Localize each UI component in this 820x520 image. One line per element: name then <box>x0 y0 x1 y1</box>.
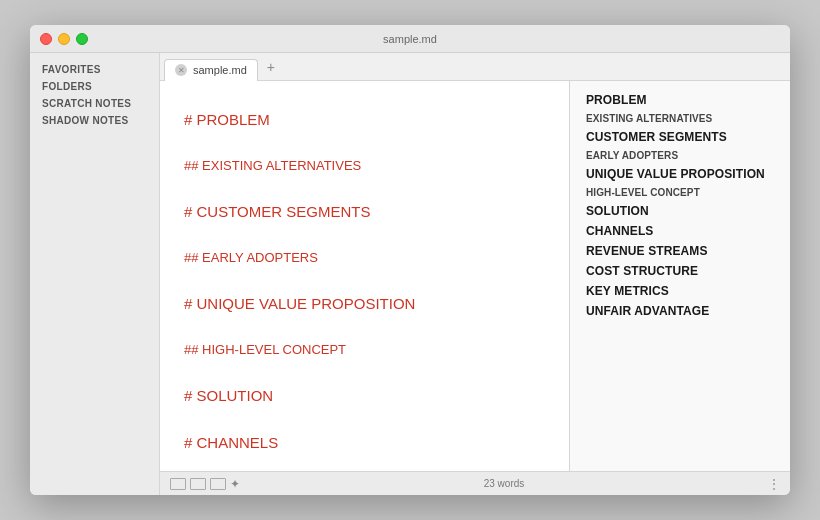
outline-item-3[interactable]: CUSTOMER SEGMENTS <box>586 130 774 144</box>
view-icon-4[interactable]: ✦ <box>230 477 240 491</box>
sidebar-item-scratch[interactable]: SCRATCH NOTES <box>30 95 159 112</box>
view-icon-1[interactable] <box>170 478 186 490</box>
outline-item-10[interactable]: COST STRUCTURE <box>586 264 774 278</box>
editor-pane[interactable]: # PROBLEM ## EXISTING ALTERNATIVES # CUS… <box>160 81 570 471</box>
minimize-button[interactable] <box>58 33 70 45</box>
tab-add-button[interactable]: + <box>262 58 280 76</box>
md-line-8: # CHANNELS <box>184 434 545 451</box>
outline-item-8[interactable]: CHANNELS <box>586 224 774 238</box>
md-line-1: # PROBLEM <box>184 111 545 128</box>
sidebar: FAVORITES FOLDERS SCRATCH NOTES SHADOW N… <box>30 53 160 495</box>
tab-sample-md[interactable]: ✕ sample.md <box>164 59 258 81</box>
close-button[interactable] <box>40 33 52 45</box>
md-line-5: # UNIQUE VALUE PROPOSITION <box>184 295 545 312</box>
sidebar-item-favorites[interactable]: FAVORITES <box>30 61 159 78</box>
view-icon-3[interactable] <box>210 478 226 490</box>
app-window: sample.md FAVORITES FOLDERS SCRATCH NOTE… <box>30 25 790 495</box>
editor-area: # PROBLEM ## EXISTING ALTERNATIVES # CUS… <box>160 81 790 471</box>
outline-item-7[interactable]: SOLUTION <box>586 204 774 218</box>
md-line-4: ## EARLY ADOPTERS <box>184 250 545 265</box>
outline-item-2[interactable]: EXISTING ALTERNATIVES <box>586 113 774 124</box>
md-line-3: # CUSTOMER SEGMENTS <box>184 203 545 220</box>
outline-pane: PROBLEM EXISTING ALTERNATIVES CUSTOMER S… <box>570 81 790 471</box>
outline-item-12[interactable]: UNFAIR ADVANTAGE <box>586 304 774 318</box>
status-bar: ✦ 23 words ⋮ <box>160 471 790 495</box>
window-title: sample.md <box>383 33 437 45</box>
outline-item-11[interactable]: KEY METRICS <box>586 284 774 298</box>
outline-item-6[interactable]: HIGH-LEVEL CONCEPT <box>586 187 774 198</box>
outline-item-1[interactable]: PROBLEM <box>586 93 774 107</box>
status-right-icon[interactable]: ⋮ <box>768 477 780 491</box>
md-line-7: # SOLUTION <box>184 387 545 404</box>
tab-label: sample.md <box>193 64 247 76</box>
outline-item-5[interactable]: UNIQUE VALUE PROPOSITION <box>586 167 774 181</box>
tab-area: ✕ sample.md + # PROBLEM ## EXISTING ALTE… <box>160 53 790 495</box>
view-icon-2[interactable] <box>190 478 206 490</box>
content-area: FAVORITES FOLDERS SCRATCH NOTES SHADOW N… <box>30 53 790 495</box>
title-bar: sample.md <box>30 25 790 53</box>
traffic-lights <box>40 33 88 45</box>
md-line-6: ## HIGH-LEVEL CONCEPT <box>184 342 545 357</box>
md-line-2: ## EXISTING ALTERNATIVES <box>184 158 545 173</box>
word-count: 23 words <box>246 478 762 489</box>
outline-item-9[interactable]: REVENUE STREAMS <box>586 244 774 258</box>
status-icons: ✦ <box>170 477 240 491</box>
outline-item-4[interactable]: EARLY ADOPTERS <box>586 150 774 161</box>
sidebar-item-folders[interactable]: FOLDERS <box>30 78 159 95</box>
sidebar-item-shadow[interactable]: SHADOW NOTES <box>30 112 159 129</box>
maximize-button[interactable] <box>76 33 88 45</box>
tab-close-icon[interactable]: ✕ <box>175 64 187 76</box>
tab-bar: ✕ sample.md + <box>160 53 790 81</box>
